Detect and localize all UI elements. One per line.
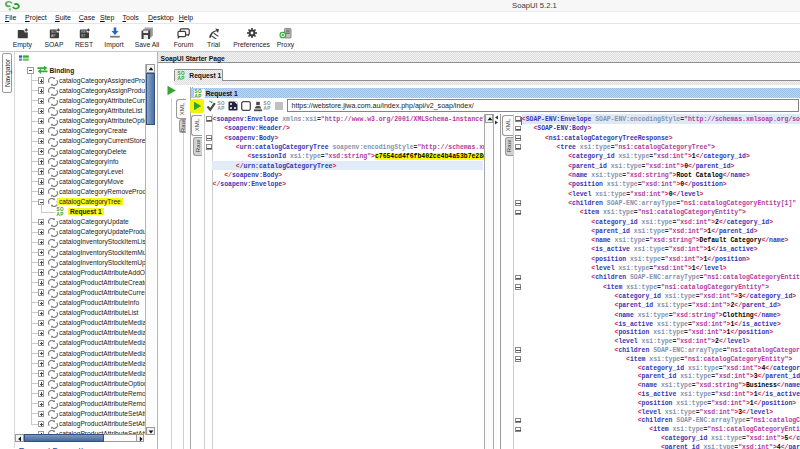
svg-text:AP: AP [217, 106, 224, 111]
svg-text:AP: AP [264, 106, 271, 111]
svg-text:AP: AP [57, 212, 64, 217]
svg-text:ST: ST [81, 34, 85, 38]
svg-text:AP: AP [51, 34, 56, 38]
